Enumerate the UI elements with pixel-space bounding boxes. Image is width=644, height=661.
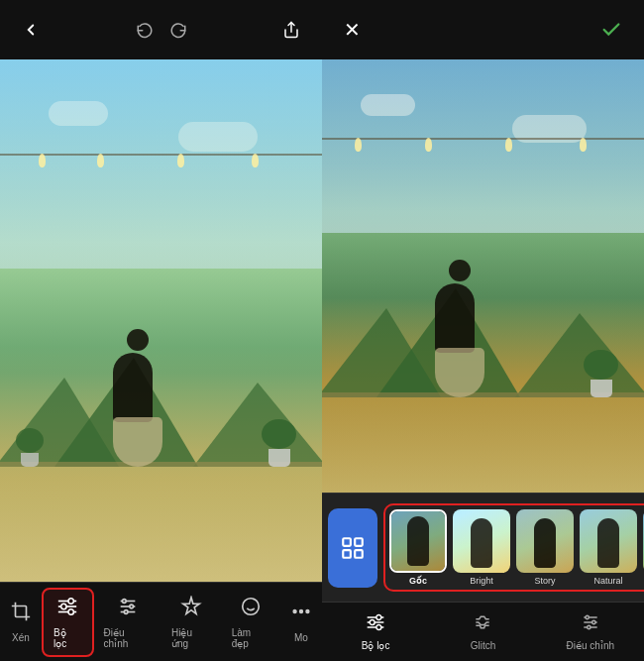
tool-xen[interactable]: Xén — [0, 595, 42, 649]
filter-story-photo — [516, 509, 574, 573]
crop-icon — [10, 601, 32, 628]
tool-lam-dep-label: Làm đẹp — [232, 627, 270, 649]
right-bottom-toolbar: Bộ lọc Glitch Điều chỉnh — [322, 602, 644, 661]
filter-story-label: Story — [534, 576, 555, 586]
filter-natural-photo — [580, 509, 637, 573]
svg-point-39 — [586, 615, 589, 618]
filter-strip: Gốc Bright Story — [322, 493, 644, 602]
bottom-dieu-chinh-label: Điều chỉnh — [567, 640, 614, 651]
plant-left — [16, 428, 44, 467]
undo-button[interactable] — [130, 15, 160, 45]
svg-rect-1 — [16, 606, 27, 617]
left-header — [0, 0, 322, 59]
svg-rect-23 — [343, 538, 351, 546]
filter-natural[interactable]: Natural — [580, 509, 637, 586]
bottom-filter-icon — [366, 612, 385, 637]
svg-point-27 — [370, 620, 375, 625]
filter-natural-person — [597, 518, 619, 568]
svg-point-20 — [293, 610, 296, 613]
plant-right-r — [584, 350, 618, 397]
filter-icon — [56, 596, 78, 623]
back-button[interactable] — [16, 15, 46, 45]
light-bulb-2 — [97, 154, 104, 167]
svg-point-3 — [68, 598, 74, 604]
filter-bright[interactable]: Bright — [453, 509, 510, 586]
lb-r1 — [355, 138, 362, 152]
tool-mo[interactable]: Mo — [280, 595, 322, 649]
bottom-dieu-chinh[interactable]: Điều chỉnh — [537, 612, 644, 651]
svg-point-4 — [68, 608, 74, 614]
more-icon — [290, 601, 312, 628]
tool-xen-label: Xén — [12, 632, 30, 643]
bottom-tune-icon — [581, 612, 600, 637]
filter-story-thumb — [516, 509, 574, 573]
tool-lam-dep[interactable]: Làm đẹp — [222, 590, 280, 655]
bottom-glitch[interactable]: Glitch — [429, 612, 536, 651]
svg-point-41 — [587, 625, 590, 628]
sparkle-icon — [180, 596, 202, 623]
tool-dieu-chinh-label: Điều chỉnh — [104, 627, 152, 649]
light-bulb-4 — [252, 154, 259, 167]
lb-r3 — [505, 138, 512, 152]
svg-point-29 — [376, 625, 381, 630]
lights-string-right — [322, 138, 644, 140]
svg-point-17 — [243, 598, 260, 614]
svg-point-15 — [130, 605, 134, 608]
filter-goc-person — [407, 516, 429, 566]
share-button[interactable] — [276, 15, 306, 45]
undo-redo-group — [130, 15, 193, 45]
svg-point-14 — [122, 599, 126, 603]
right-image-area — [322, 59, 644, 493]
left-photo-overlay — [0, 59, 322, 582]
tool-dieu-chinh[interactable]: Điều chỉnh — [94, 590, 161, 655]
filter-bright-photo — [453, 509, 510, 573]
svg-point-28 — [376, 615, 381, 620]
filter-natural-label: Natural — [593, 576, 622, 586]
person-silhouette-left — [113, 329, 162, 467]
svg-point-22 — [306, 610, 309, 613]
filter-natural-thumb — [580, 509, 637, 573]
tool-hieu-ung[interactable]: Hiệu ứng — [161, 590, 222, 655]
confirm-button[interactable] — [594, 13, 628, 47]
svg-point-16 — [124, 609, 128, 613]
filter-bright-thumb — [453, 509, 510, 573]
filter-story-person — [534, 518, 556, 568]
filter-goc-label: Gốc — [409, 576, 427, 586]
lb-r2 — [425, 138, 432, 152]
tool-mo-label: Mo — [294, 632, 308, 643]
svg-rect-25 — [343, 550, 351, 558]
svg-rect-26 — [355, 550, 363, 558]
filter-bright-person — [471, 518, 492, 568]
filter-story[interactable]: Story — [516, 509, 574, 586]
light-bulb-1 — [39, 154, 46, 167]
bottom-glitch-label: Glitch — [471, 640, 496, 651]
right-panel: ✕ — [322, 0, 644, 661]
close-icon: ✕ — [344, 18, 361, 42]
svg-rect-24 — [355, 538, 363, 546]
left-image-area — [0, 59, 322, 582]
glitch-icon — [473, 612, 492, 637]
lb-r4 — [580, 138, 587, 152]
right-header: ✕ — [322, 0, 644, 59]
left-photo — [0, 59, 322, 582]
filter-reset-button[interactable] — [328, 508, 377, 588]
tool-bo-loc[interactable]: Bộ lọc — [42, 588, 94, 657]
bottom-bo-loc-label: Bộ lọc — [362, 640, 390, 651]
person-right — [435, 260, 484, 397]
close-button[interactable]: ✕ — [338, 12, 367, 48]
lights-string — [0, 154, 322, 156]
right-photo — [322, 59, 644, 493]
left-header-nav — [16, 15, 46, 45]
left-panel: Xén Bộ lọc Điều chỉnh — [0, 0, 322, 661]
tool-hieu-ung-label: Hiệu ứng — [171, 627, 212, 649]
tune-icon — [117, 596, 139, 623]
bottom-bo-loc[interactable]: Bộ lọc — [322, 612, 429, 651]
left-toolbar: Xén Bộ lọc Điều chỉnh — [0, 582, 322, 661]
filter-goc-photo — [391, 511, 445, 571]
svg-point-40 — [591, 620, 594, 623]
filters-container: Gốc Bright Story — [383, 503, 644, 592]
plant-right — [262, 419, 296, 467]
svg-point-21 — [300, 610, 303, 613]
filter-goc[interactable]: Gốc — [389, 509, 447, 586]
redo-button[interactable] — [163, 15, 193, 45]
